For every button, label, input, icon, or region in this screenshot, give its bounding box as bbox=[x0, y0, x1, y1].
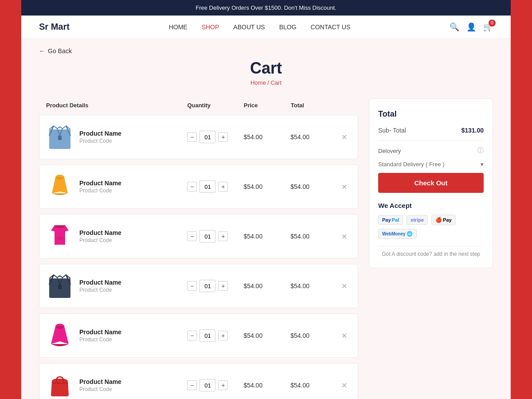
webmoney-badge: WebMoney 🌐 bbox=[378, 229, 417, 239]
quantity-input[interactable] bbox=[200, 230, 215, 243]
quantity-control: − + bbox=[187, 180, 243, 193]
paypal-badge: PayPal bbox=[378, 215, 403, 225]
remove-item-btn[interactable]: ✕ bbox=[337, 131, 351, 143]
quantity-control: − + bbox=[187, 379, 243, 391]
product-image bbox=[47, 370, 73, 399]
header: Sr Mart HOME SHOP ABOUT US BLOG CONTACT … bbox=[21, 16, 511, 39]
cart-item: Product Name Product Code − + $54.00 $54… bbox=[39, 264, 358, 308]
svg-rect-5 bbox=[58, 285, 62, 289]
quantity-decrease-btn[interactable]: − bbox=[187, 132, 197, 142]
nav-contact[interactable]: CONTACT US bbox=[311, 23, 351, 31]
nav-home[interactable]: HOME bbox=[169, 23, 188, 31]
svg-point-3 bbox=[56, 237, 63, 240]
quantity-control: − + bbox=[187, 230, 243, 243]
nav-blog[interactable]: BLOG bbox=[279, 23, 297, 31]
quantity-decrease-btn[interactable]: − bbox=[187, 231, 197, 241]
quantity-increase-btn[interactable]: + bbox=[218, 182, 228, 192]
total-cell: $54.00 bbox=[290, 332, 337, 339]
total-cell: $54.00 bbox=[290, 233, 337, 240]
quantity-decrease-btn[interactable]: − bbox=[187, 331, 197, 340]
product-image bbox=[47, 320, 73, 351]
nav-shop[interactable]: SHOP bbox=[202, 23, 219, 31]
logo: Sr Mart bbox=[39, 22, 70, 32]
cart-item: Product Name Product Code − + $54.00 $54… bbox=[39, 115, 358, 159]
price-cell: $54.00 bbox=[243, 183, 290, 190]
product-info: Product Name Product Code bbox=[79, 279, 121, 293]
info-icon: ⓘ bbox=[477, 147, 484, 155]
breadcrumb: Home / Cart bbox=[39, 79, 493, 86]
quantity-increase-btn[interactable]: + bbox=[218, 132, 228, 142]
total-cell: $54.00 bbox=[290, 133, 337, 141]
price-cell: $54.00 bbox=[243, 382, 290, 389]
cart-badge: 0 bbox=[489, 20, 496, 27]
remove-item-btn[interactable]: ✕ bbox=[337, 181, 351, 193]
product-image bbox=[47, 270, 73, 301]
order-summary: Total Sub- Total $131.00 Delovery ⓘ Stan… bbox=[369, 98, 493, 268]
cart-item-details: Product Name Product Code bbox=[47, 370, 187, 399]
remove-item-btn[interactable]: ✕ bbox=[337, 280, 351, 292]
total-cell: $54.00 bbox=[290, 382, 337, 389]
page-title-section: Cart Home / Cart bbox=[39, 59, 493, 86]
svg-rect-1 bbox=[58, 136, 62, 140]
go-back-link[interactable]: ← Go Back bbox=[39, 47, 493, 55]
discount-note: Got A discount code? add in the next ste… bbox=[378, 246, 484, 257]
quantity-decrease-btn[interactable]: − bbox=[187, 281, 197, 291]
remove-item-btn[interactable]: ✕ bbox=[337, 379, 351, 391]
quantity-decrease-btn[interactable]: − bbox=[187, 380, 197, 390]
svg-rect-7 bbox=[52, 382, 68, 384]
cart-table-header: Product Details Quantity Price Total bbox=[39, 98, 358, 112]
product-info: Product Name Product Code bbox=[79, 329, 121, 343]
account-icon[interactable]: 👤 bbox=[466, 22, 476, 32]
price-cell: $54.00 bbox=[243, 332, 290, 339]
nav-about[interactable]: ABOUT US bbox=[233, 23, 265, 31]
price-cell: $54.00 bbox=[243, 133, 290, 141]
chevron-down-icon[interactable]: ▾ bbox=[481, 161, 484, 168]
summary-title: Total bbox=[378, 110, 484, 119]
quantity-input[interactable] bbox=[200, 329, 215, 342]
cart-item: Product Name Product Code − + $54.00 $54… bbox=[39, 313, 358, 358]
quantity-control: − + bbox=[187, 329, 243, 342]
quantity-increase-btn[interactable]: + bbox=[218, 380, 228, 390]
cart-items-section: Product Details Quantity Price Total bbox=[39, 98, 358, 399]
search-icon[interactable]: 🔍 bbox=[450, 22, 459, 32]
cart-icon[interactable]: 🛒 0 bbox=[483, 22, 493, 32]
quantity-increase-btn[interactable]: + bbox=[218, 231, 228, 241]
product-info: Product Name Product Code bbox=[79, 130, 121, 144]
remove-item-btn[interactable]: ✕ bbox=[337, 231, 351, 243]
quantity-increase-btn[interactable]: + bbox=[218, 281, 228, 291]
remove-item-btn[interactable]: ✕ bbox=[337, 330, 351, 342]
stripe-badge: stripe bbox=[407, 215, 428, 225]
quantity-increase-btn[interactable]: + bbox=[218, 331, 228, 340]
subtotal-row: Sub- Total $131.00 bbox=[378, 127, 484, 134]
product-image bbox=[47, 221, 73, 252]
quantity-input[interactable] bbox=[200, 180, 215, 193]
cart-item-details: Product Name Product Code bbox=[47, 320, 187, 351]
checkout-button[interactable]: Check Out bbox=[378, 173, 484, 193]
price-cell: $54.00 bbox=[243, 233, 290, 240]
we-accept-title: We Accept bbox=[378, 202, 484, 209]
applepay-badge: 🍎 Pay bbox=[431, 215, 456, 225]
back-arrow-icon: ← bbox=[39, 47, 45, 55]
quantity-input[interactable] bbox=[200, 379, 215, 391]
main-nav: HOME SHOP ABOUT US BLOG CONTACT US bbox=[169, 23, 351, 31]
quantity-decrease-btn[interactable]: − bbox=[187, 182, 197, 192]
price-cell: $54.00 bbox=[243, 282, 290, 289]
cart-item: Product Name Product Code − + $54.00 $54… bbox=[39, 214, 358, 258]
quantity-input[interactable] bbox=[200, 131, 215, 143]
announcement-bar: Free Delivery Orders Over $1500. Don't M… bbox=[21, 0, 511, 16]
quantity-input[interactable] bbox=[200, 280, 215, 292]
total-cell: $54.00 bbox=[290, 282, 337, 289]
summary-divider bbox=[378, 140, 484, 141]
page-title: Cart bbox=[39, 59, 493, 78]
product-info: Product Name Product Code bbox=[79, 229, 121, 243]
cart-item-details: Product Name Product Code bbox=[47, 221, 187, 252]
cart-layout: Product Details Quantity Price Total bbox=[39, 98, 493, 399]
product-info: Product Name Product Code bbox=[79, 378, 121, 392]
header-icons: 🔍 👤 🛒 0 bbox=[450, 22, 493, 32]
quantity-control: − + bbox=[187, 280, 243, 292]
product-image bbox=[47, 171, 73, 202]
total-cell: $54.00 bbox=[290, 183, 337, 190]
cart-item-details: Product Name Product Code bbox=[47, 171, 187, 202]
payment-methods: PayPal stripe 🍎 Pay WebMoney 🌐 bbox=[378, 215, 484, 239]
product-image bbox=[47, 121, 73, 153]
